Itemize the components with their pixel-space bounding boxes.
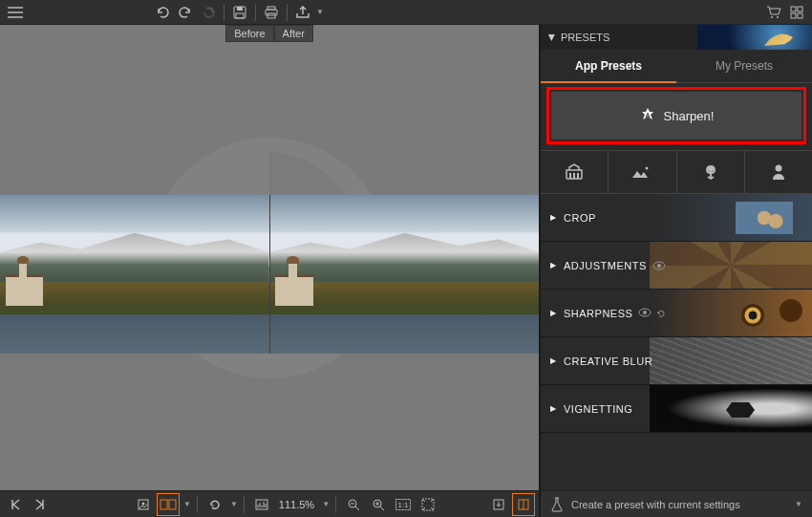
compare-view-button[interactable] xyxy=(157,493,180,516)
zoom-in-button[interactable] xyxy=(367,493,390,516)
expand-icon: ▶ xyxy=(550,261,556,269)
promo-banner[interactable] xyxy=(697,25,812,50)
undo-button[interactable] xyxy=(151,1,174,24)
single-view-icon xyxy=(137,498,150,511)
compare-toggle-icon xyxy=(517,498,530,511)
svg-text:1:1: 1:1 xyxy=(398,501,410,509)
before-image xyxy=(0,195,269,354)
zoom-fit-button[interactable] xyxy=(417,493,439,516)
section-vignetting[interactable]: ▶ VIGNETTING xyxy=(541,385,812,433)
section-crop[interactable]: ▶ CROP xyxy=(541,194,812,242)
auto-icon: A xyxy=(639,107,656,124)
svg-text:A: A xyxy=(645,112,650,118)
tab-my-label: My Presets xyxy=(716,59,773,73)
presets-header[interactable]: ▶ PRESETS xyxy=(541,25,812,50)
preset-dropdown-icon[interactable]: ▼ xyxy=(795,500,802,508)
svg-point-22 xyxy=(657,264,661,268)
section-crop-label: CROP xyxy=(564,212,596,224)
compare-toggle-button[interactable] xyxy=(512,493,535,516)
svg-point-24 xyxy=(643,311,647,314)
grid-icon xyxy=(790,6,803,19)
save-button[interactable] xyxy=(228,1,251,24)
undo-icon xyxy=(155,5,170,20)
rotate-dropdown-icon[interactable]: ▼ xyxy=(230,500,238,508)
view-dropdown-icon[interactable]: ▼ xyxy=(183,500,191,508)
svg-point-20 xyxy=(775,165,781,172)
next-image-button[interactable] xyxy=(29,493,52,516)
menu-button[interactable] xyxy=(4,1,27,24)
svg-rect-15 xyxy=(569,173,571,179)
section-sharpness[interactable]: ▶ SHARPNESS xyxy=(541,290,812,337)
sharpen-label: Sharpen! xyxy=(664,109,715,123)
tab-app-presets[interactable]: App Presets xyxy=(541,50,676,82)
after-image xyxy=(270,195,540,354)
rotate-button[interactable] xyxy=(203,493,226,516)
print-icon xyxy=(264,6,279,19)
redo-forward-icon xyxy=(201,5,216,20)
svg-point-7 xyxy=(777,16,779,18)
category-architecture[interactable] xyxy=(541,151,609,193)
collapse-icon: ▶ xyxy=(547,34,557,41)
landscape-icon xyxy=(631,165,652,179)
svg-rect-1 xyxy=(237,7,243,11)
export-icon xyxy=(492,498,505,511)
zoom-level: 111.5% xyxy=(275,499,318,510)
main-content: Before After ▶ PRESETS App Presets My Pr… xyxy=(0,25,812,490)
expand-icon: ▶ xyxy=(550,356,556,365)
svg-rect-17 xyxy=(577,173,579,179)
after-label: After xyxy=(274,25,313,42)
category-landscape[interactable] xyxy=(609,151,676,193)
portrait-icon xyxy=(771,163,786,181)
histogram-button[interactable] xyxy=(250,493,273,516)
bottom-toolbar: ▼ ▼ 111.5% ▼ 1:1 C xyxy=(0,490,812,517)
svg-rect-9 xyxy=(798,7,802,11)
expand-icon: ▶ xyxy=(550,213,556,222)
image-compare-view[interactable] xyxy=(0,195,539,354)
redo-icon xyxy=(178,5,193,20)
redo-forward-button xyxy=(197,1,220,24)
redo-button[interactable] xyxy=(174,1,197,24)
sharpen-highlight: A Sharpen! xyxy=(546,87,806,144)
print-button[interactable] xyxy=(260,1,283,24)
tab-my-presets[interactable]: My Presets xyxy=(676,50,812,82)
bottom-left-toolbar: ▼ ▼ 111.5% ▼ 1:1 xyxy=(0,490,539,517)
section-sharpness-label: SHARPNESS xyxy=(564,308,632,319)
presets-title: PRESETS xyxy=(561,32,609,43)
svg-point-19 xyxy=(708,166,714,172)
reset-icon[interactable] xyxy=(655,308,667,319)
svg-rect-4 xyxy=(267,7,275,10)
share-icon xyxy=(295,6,310,19)
macro-icon xyxy=(702,163,719,181)
zoom-dropdown-icon[interactable]: ▼ xyxy=(322,500,330,508)
sharpen-preset-button[interactable]: A Sharpen! xyxy=(551,92,801,140)
eye-icon[interactable] xyxy=(638,308,652,317)
expand-icon: ▶ xyxy=(550,309,556,317)
share-button[interactable] xyxy=(291,1,314,24)
zoom-100-button[interactable]: 1:1 xyxy=(392,493,415,516)
export-image-button[interactable] xyxy=(487,493,510,516)
svg-rect-10 xyxy=(791,13,796,18)
adjustment-sections: ▶ CROP ▶ ADJUSTMENTS ▶ SHARPNESS xyxy=(541,194,812,490)
section-adjustments-label: ADJUSTMENTS xyxy=(564,260,647,271)
grid-button[interactable] xyxy=(785,1,808,24)
svg-rect-11 xyxy=(798,13,802,18)
right-panel: ▶ PRESETS App Presets My Presets A Sharp… xyxy=(539,25,812,490)
category-portrait[interactable] xyxy=(745,151,812,193)
create-preset-button[interactable]: Create a preset with current settings xyxy=(571,499,785,510)
prev-image-button[interactable] xyxy=(4,493,27,516)
share-dropdown-icon[interactable]: ▼ xyxy=(316,8,324,16)
compare-view-icon xyxy=(160,498,177,511)
zoom-out-button[interactable] xyxy=(342,493,365,516)
next-icon xyxy=(34,499,46,510)
category-macro[interactable] xyxy=(677,151,745,193)
histogram-icon xyxy=(255,499,268,510)
expand-icon: ▶ xyxy=(550,404,556,413)
before-label: Before xyxy=(225,25,273,42)
single-view-button[interactable] xyxy=(132,493,155,516)
section-creative-blur[interactable]: ▶ CREATIVE BLUR xyxy=(541,337,812,385)
eye-icon[interactable] xyxy=(652,261,666,270)
flask-icon xyxy=(550,497,564,512)
section-adjustments[interactable]: ▶ ADJUSTMENTS xyxy=(541,242,812,290)
cart-button[interactable] xyxy=(762,1,785,24)
bottom-right-toolbar: Create a preset with current settings ▼ xyxy=(539,490,812,517)
